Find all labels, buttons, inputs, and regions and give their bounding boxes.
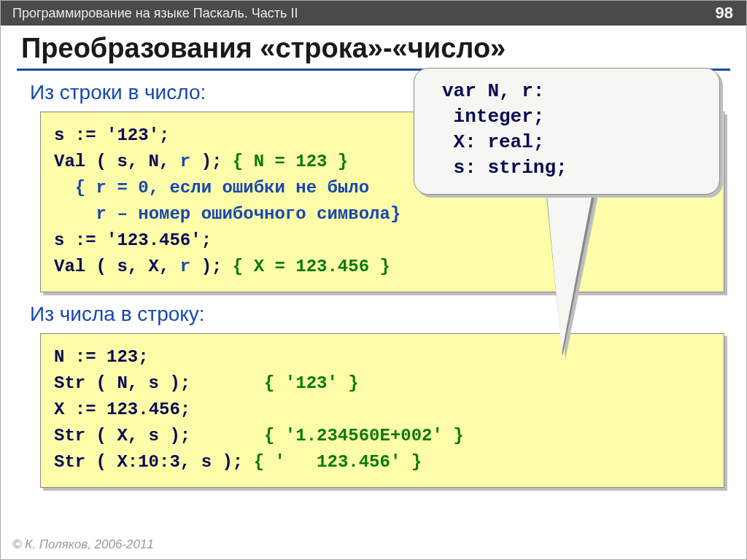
topbar: Программирование на языке Паскаль. Часть…	[1, 1, 746, 26]
code-text: ;	[201, 230, 212, 250]
code-text: N :=	[54, 347, 107, 367]
code-text: ;	[180, 400, 190, 419]
code-text: r	[180, 257, 190, 276]
code-text: );	[190, 152, 233, 171]
code-comment: { '123' }	[264, 373, 359, 393]
code-comment: – номер ошибочного символа}	[107, 204, 400, 224]
callout-line: integer;	[442, 106, 544, 128]
code-text: 123.456	[107, 400, 180, 419]
code-text: r	[180, 152, 190, 171]
code-comment: { '1.234560E+002' }	[264, 426, 464, 446]
code-text: 123	[107, 347, 138, 367]
code-comment: { ' 123.456' }	[254, 452, 422, 472]
code-text: Val ( s, N,	[54, 152, 180, 171]
page-number: 98	[716, 4, 733, 23]
code-text: Str ( N, s );	[54, 373, 264, 393]
callout-line: X: real;	[442, 131, 544, 153]
code-text: );	[190, 257, 233, 276]
footer-copyright: © К. Поляков, 2006-2011	[12, 537, 154, 552]
code-comment: r = 0	[96, 178, 149, 198]
code-comment: {	[54, 178, 96, 198]
code-text: ;	[159, 125, 169, 145]
callout-line: s: string;	[442, 157, 568, 179]
code-box-2: N := 123; Str ( N, s ); { '123' } X := 1…	[40, 333, 724, 488]
code-text: X :=	[54, 400, 107, 419]
code-text: '123'	[107, 125, 159, 145]
var-callout: var N, r: integer; X: real; s: string;	[414, 68, 720, 195]
code-comment: , если ошибки не было	[149, 178, 369, 198]
code-comment	[54, 204, 96, 224]
code-text: s :=	[54, 230, 107, 250]
code-comment: r	[96, 204, 107, 224]
section-label-2: Из числа в строку:	[1, 292, 746, 330]
code-text: Str ( X, s );	[54, 426, 264, 446]
code-text: s :=	[54, 125, 107, 145]
code-text: Val ( s, X,	[54, 257, 180, 276]
code-text: ;	[138, 347, 148, 367]
course-title: Программирование на языке Паскаль. Часть…	[12, 6, 298, 21]
code-comment: { X = 123.456 }	[233, 257, 390, 276]
callout-line: var N, r:	[442, 80, 544, 102]
code-text: '123.456'	[107, 230, 201, 250]
slide: Программирование на языке Паскаль. Часть…	[0, 0, 747, 560]
code-comment: { N = 123 }	[233, 152, 348, 171]
code-text: Str ( X:10:3, s );	[54, 452, 254, 472]
slide-title: Преобразования «строка»-«число»	[1, 26, 746, 64]
